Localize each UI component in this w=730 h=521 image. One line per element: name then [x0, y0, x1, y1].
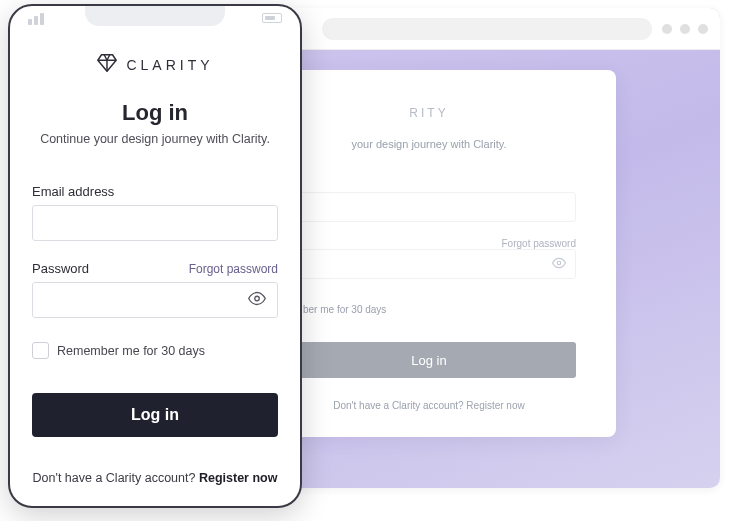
brand-row: CLARITY	[32, 52, 278, 78]
window-controls	[662, 24, 708, 34]
password-field[interactable]	[282, 249, 576, 279]
remember-checkbox[interactable]	[32, 342, 49, 359]
remember-label: Remember me for 30 days	[57, 344, 205, 358]
footer-text: Don't have a Clarity account?	[33, 471, 199, 485]
footer-text: Don't have a Clarity account?	[333, 400, 466, 411]
signal-icon	[28, 13, 44, 25]
url-bar[interactable]	[322, 18, 652, 40]
register-link[interactable]: Register now	[466, 400, 524, 411]
remember-row: Remember me for 30 days	[32, 342, 278, 359]
email-field[interactable]	[32, 205, 278, 241]
login-heading: Log in	[32, 100, 278, 126]
minimize-icon[interactable]	[662, 24, 672, 34]
register-link[interactable]: Register now	[199, 471, 278, 485]
email-label: ress	[282, 176, 576, 187]
mobile-device-frame: CLARITY Log in Continue your design jour…	[8, 4, 302, 508]
email-field[interactable]	[282, 192, 576, 222]
brand-text: RITY	[282, 106, 576, 120]
remember-label: ber me for 30 days	[303, 304, 386, 315]
close-icon[interactable]	[698, 24, 708, 34]
login-subtitle: Continue your design journey with Clarit…	[32, 132, 278, 146]
remember-row: ber me for 30 days	[282, 303, 576, 316]
eye-icon	[248, 296, 266, 311]
diamond-icon	[96, 52, 118, 78]
register-prompt: Don't have a Clarity account? Register n…	[282, 400, 576, 411]
toggle-password-button[interactable]	[246, 288, 268, 313]
login-subtitle: your design journey with Clarity.	[282, 138, 576, 150]
password-label: Password	[32, 261, 89, 276]
forgot-password-link[interactable]: Forgot password	[502, 238, 576, 249]
forgot-password-link[interactable]: Forgot password	[189, 262, 278, 276]
eye-icon[interactable]	[552, 256, 566, 274]
brand-text: CLARITY	[126, 57, 213, 73]
login-card-mobile: CLARITY Log in Continue your design jour…	[10, 6, 300, 485]
login-button[interactable]: Log in	[282, 342, 576, 378]
battery-icon	[262, 13, 282, 23]
email-label: Email address	[32, 184, 278, 199]
login-button[interactable]: Log in	[32, 393, 278, 437]
svg-point-0	[557, 261, 561, 265]
password-field[interactable]	[32, 282, 278, 318]
svg-point-1	[255, 296, 260, 301]
maximize-icon[interactable]	[680, 24, 690, 34]
register-prompt: Don't have a Clarity account? Register n…	[32, 471, 278, 485]
device-notch	[85, 4, 225, 26]
